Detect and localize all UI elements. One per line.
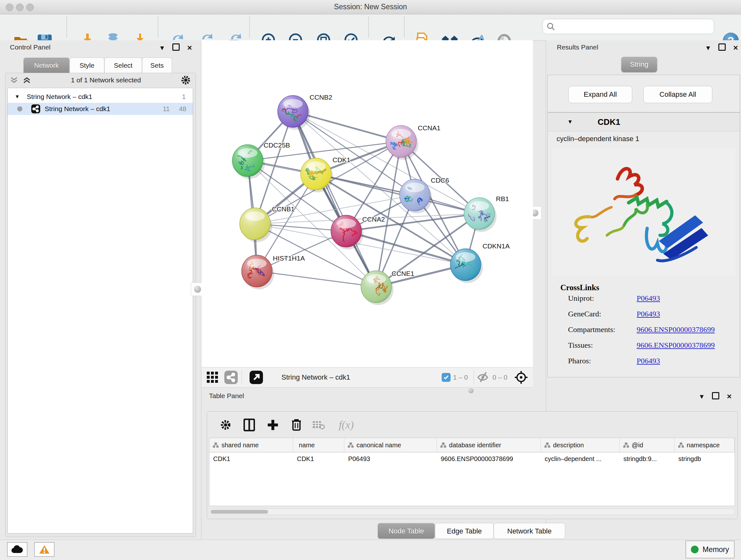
toolbar-separator [242,370,242,384]
crosslink-row: Uniprot:P06493 [568,294,735,303]
main-toolbar: ? [0,14,741,41]
network-graph[interactable]: CCNB2CCNA1CDC25BCDK1CDC6RB1CCNB1CCNA2CDK… [201,40,533,367]
crosslink-link[interactable]: 9606.ENSP00000378699 [636,325,715,334]
results-panel-window-controls: ▼ ✕ [699,44,738,52]
network-selection-bar: 1 of 1 Network selected [5,73,196,87]
network-canvas[interactable]: CCNB2CCNA1CDC25BCDK1CDC6RB1CCNB1CCNA2CDK… [201,40,533,367]
toolbar-separator [158,17,158,37]
node-HIST1H1A[interactable] [242,255,274,290]
tab-select[interactable]: Select [105,57,142,73]
cell-shared-name[interactable]: CDK1 [209,452,293,465]
tab-sets[interactable]: Sets [142,57,172,73]
cell-name[interactable]: CDK1 [293,452,344,465]
panel-menu-icon[interactable]: ▼ [698,393,705,400]
delete-column-button[interactable] [287,416,306,434]
node-CDC25B[interactable] [232,145,265,179]
panel-menu-icon[interactable]: ▼ [159,44,165,51]
tab-network-table[interactable]: Network Table [494,523,565,539]
table-panel-title: Table Panel [209,392,244,400]
close-panel-icon[interactable]: ✕ [187,44,192,51]
application-window: Session: New Session [0,0,741,560]
collapse-all-button[interactable]: Collapse All [643,86,712,103]
crosslink-label: Tissues: [568,341,636,350]
cell-database-identifier[interactable]: 9606.ENSP00000378699 [437,452,541,465]
plus-icon [267,419,279,431]
search-field[interactable] [542,19,714,34]
node-CDK1[interactable] [300,158,333,192]
close-panel-icon[interactable]: ✕ [727,393,732,400]
tab-network[interactable]: Network [23,57,70,73]
network-view-button[interactable] [224,370,239,385]
float-panel-icon[interactable] [712,393,719,400]
memory-button[interactable]: Memory [685,541,735,558]
hidden-eye-slash-icon[interactable] [477,372,490,383]
crosslink-link[interactable]: P06493 [636,357,660,365]
table-options-button[interactable] [217,416,234,434]
detach-view-button[interactable] [249,370,264,385]
float-panel-icon[interactable] [718,44,726,51]
network-collection-row[interactable]: ▼ String Network – cdk1 1 [8,91,193,103]
network-view-title: String Network – cdk1 [281,373,350,381]
cell-namespace[interactable]: stringdb [675,452,735,465]
cell-canonical-name[interactable]: P06493 [344,452,437,465]
close-panel-icon[interactable]: ✕ [733,44,738,51]
expand-all-networks-icon[interactable] [23,76,31,84]
network-tree: ▼ String Network – cdk1 1 String Network… [7,88,193,534]
network-options-gear-icon[interactable] [181,75,191,85]
network-row[interactable]: String Network – cdk1 11 48 [8,103,193,115]
node-label-RB1: RB1 [496,195,509,202]
edge-HIST1H1A-CCNE1 [257,271,376,287]
column-header-canonical-name[interactable]: canonical name [344,438,437,452]
protein-details-box: ▼ CDK1 cyclin–dependent kinase 1 [547,112,740,377]
float-panel-icon[interactable] [172,44,180,51]
column-header--id[interactable]: @id [620,438,675,452]
open-external-arrow-icon [250,371,263,384]
cloud-status-button[interactable] [7,542,27,557]
table-tabs: Node Table Edge Table Network Table [378,523,601,539]
toolbar-separator [368,17,369,37]
column-header-database-identifier[interactable]: database identifier [437,438,541,452]
node-CCNB2[interactable] [278,96,310,130]
cell--id[interactable]: stringdb:9... [619,452,674,465]
node-CCNA1[interactable] [386,125,418,160]
tab-node-table[interactable]: Node Table [378,523,435,539]
tab-string[interactable]: String [621,57,657,72]
birdseye-view-button[interactable] [514,370,529,385]
node-CDKN1A[interactable] [450,249,483,283]
column-header-description[interactable]: description [541,438,620,452]
node-label-CDC6: CDC6 [431,177,449,184]
crosslink-label: Pharos: [568,357,636,365]
panel-menu-icon[interactable]: ▼ [705,44,711,51]
column-header-namespace[interactable]: namespace [675,438,735,452]
table-row[interactable]: CDK1CDK1P064939606.ENSP00000378699cyclin… [209,452,735,465]
edge-CDK1-RB1 [316,174,479,213]
toolbar-separator [66,17,67,37]
selected-checkbox-icon[interactable] [442,373,451,382]
column-type-icon [212,442,219,448]
tab-style[interactable]: Style [70,57,105,73]
network-share-icon [31,105,40,113]
protein-section-header[interactable]: ▼ CDK1 [548,113,740,132]
warnings-button[interactable] [34,542,55,557]
collapse-all-networks-icon[interactable] [10,76,18,84]
cell-description[interactable]: cyclin–dependent ... [541,452,620,465]
node-CCNE1[interactable] [361,271,394,305]
column-header-name[interactable]: name [293,438,344,452]
crosslink-link[interactable]: P06493 [636,294,660,303]
expand-all-button[interactable]: Expand All [568,86,632,103]
add-column-button[interactable] [264,416,282,434]
network-manager: 1 of 1 Network selected ▼ String Network… [5,73,196,537]
crosslink-link[interactable]: P06493 [636,310,660,318]
grid-mode-button[interactable] [205,370,220,385]
collection-expand-icon[interactable]: ▼ [15,94,20,100]
tab-edge-table[interactable]: Edge Table [435,523,494,539]
section-collapse-icon[interactable]: ▼ [567,119,573,125]
crosslink-link[interactable]: 9606.ENSP00000378699 [636,341,715,350]
horizontal-scrollbar[interactable] [209,509,735,515]
node-RB1[interactable] [464,198,496,232]
scrollbar-thumb[interactable] [211,510,268,514]
show-columns-button[interactable] [240,416,258,434]
search-input[interactable] [555,23,703,30]
node-CCNA2[interactable] [331,215,363,250]
column-header-shared-name[interactable]: shared name [209,438,293,452]
